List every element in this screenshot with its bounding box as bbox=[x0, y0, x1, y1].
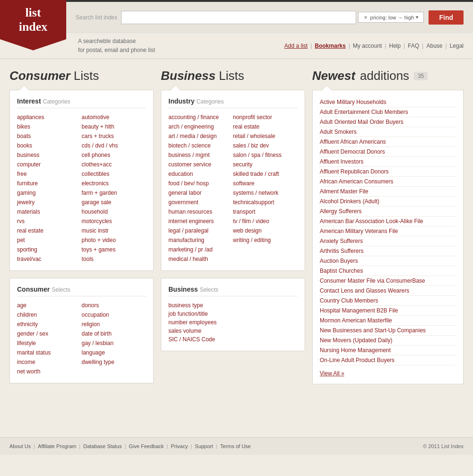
consumer-select-link[interactable]: ethnicity bbox=[17, 320, 82, 329]
nav-faq[interactable]: FAQ bbox=[408, 43, 419, 49]
interest-link[interactable]: electronics bbox=[82, 179, 147, 188]
industry-link[interactable]: sales / biz dev bbox=[233, 141, 298, 150]
industry-link[interactable]: government bbox=[168, 198, 233, 207]
footer-link[interactable]: Affiliate Program bbox=[38, 443, 76, 449]
interest-link[interactable]: automotive bbox=[82, 113, 147, 121]
newest-list-item[interactable]: Allergy Sufferers bbox=[320, 207, 456, 216]
industry-link[interactable]: customer service bbox=[168, 160, 233, 169]
industry-link[interactable]: security bbox=[233, 160, 298, 169]
nav-my-account[interactable]: My account bbox=[353, 43, 382, 49]
interest-link[interactable]: bikes bbox=[17, 122, 82, 131]
interest-link[interactable]: boats bbox=[17, 132, 82, 140]
interest-link[interactable]: jewelry bbox=[17, 198, 82, 207]
newest-list-item[interactable]: Mormon American Masterfile bbox=[320, 316, 456, 326]
interest-link[interactable]: collectibles bbox=[82, 170, 147, 178]
interest-link[interactable]: clothes+acc bbox=[82, 160, 147, 169]
business-select-link[interactable]: business type bbox=[168, 301, 298, 310]
industry-link[interactable]: tv / film / video bbox=[233, 217, 298, 225]
interest-link[interactable]: photo + video bbox=[82, 236, 147, 244]
consumer-select-link[interactable]: net worth bbox=[17, 367, 82, 376]
consumer-select-link[interactable]: donors bbox=[82, 301, 147, 310]
industry-link[interactable]: writing / editing bbox=[233, 236, 298, 244]
industry-link[interactable]: legal / paralegal bbox=[168, 226, 233, 235]
interest-link[interactable]: farm + garden bbox=[82, 189, 147, 197]
interest-link[interactable]: real estate bbox=[17, 226, 82, 235]
industry-link[interactable] bbox=[233, 255, 298, 263]
interest-link[interactable]: appliances bbox=[17, 113, 82, 121]
industry-link[interactable]: technicalsupport bbox=[233, 198, 298, 207]
industry-link[interactable]: business / mgmt bbox=[168, 151, 233, 159]
footer-link[interactable]: Terms of Use bbox=[220, 443, 251, 449]
newest-list-item[interactable]: Arthritis Sufferers bbox=[320, 246, 456, 256]
newest-list-item[interactable]: Contact Lens and Glasses Wearers bbox=[320, 286, 456, 296]
industry-link[interactable]: software bbox=[233, 179, 298, 188]
industry-link[interactable]: marketing / pr /ad bbox=[168, 245, 233, 254]
newest-list-item[interactable]: Auction Buyers bbox=[320, 256, 456, 266]
industry-link[interactable]: systems / network bbox=[233, 189, 298, 197]
nav-abuse[interactable]: Abuse bbox=[426, 43, 442, 49]
footer-link[interactable]: Give Feedback bbox=[129, 443, 164, 449]
interest-link[interactable]: motorcycles bbox=[82, 217, 147, 225]
industry-link[interactable]: general labor bbox=[168, 189, 233, 197]
nav-add-list[interactable]: Add a list bbox=[284, 43, 307, 49]
newest-list-item[interactable]: American Military Veterans File bbox=[320, 226, 456, 236]
footer-link[interactable]: About Us bbox=[9, 443, 31, 449]
interest-link[interactable]: beauty + hlth bbox=[82, 122, 147, 131]
interest-link[interactable]: toys + games bbox=[82, 245, 147, 254]
consumer-select-link[interactable]: religion bbox=[82, 320, 147, 329]
interest-link[interactable]: furniture bbox=[17, 179, 82, 188]
nav-help[interactable]: Help bbox=[389, 43, 401, 49]
interest-link[interactable]: music instr bbox=[82, 226, 147, 235]
newest-list-item[interactable]: Consumer Master File via ConsumerBase bbox=[320, 276, 456, 286]
industry-link[interactable]: salon / spa / fitness bbox=[233, 151, 298, 159]
industry-link[interactable]: transport bbox=[233, 208, 298, 216]
interest-link[interactable]: gaming bbox=[17, 189, 82, 197]
nav-bookmarks[interactable]: Bookmarks bbox=[315, 43, 346, 49]
industry-link[interactable]: retail / wholesale bbox=[233, 132, 298, 140]
industry-link[interactable]: medical / health bbox=[168, 255, 233, 263]
interest-link[interactable]: cell phones bbox=[82, 151, 147, 159]
business-select-link[interactable]: job function/title bbox=[168, 310, 298, 318]
interest-link[interactable]: cars + trucks bbox=[82, 132, 147, 140]
view-all-link[interactable]: View All » bbox=[320, 370, 344, 377]
consumer-select-link[interactable]: gender / sex bbox=[17, 329, 82, 338]
consumer-select-link[interactable]: marital status bbox=[17, 348, 82, 357]
newest-list-item[interactable]: Adult Entertainment Club Members bbox=[320, 107, 456, 117]
industry-link[interactable]: art / media / design bbox=[168, 132, 233, 140]
interest-link[interactable]: materials bbox=[17, 208, 82, 216]
consumer-select-link[interactable]: income bbox=[17, 358, 82, 366]
interest-link[interactable]: free bbox=[17, 170, 82, 178]
industry-link[interactable]: manufacturing bbox=[168, 236, 233, 244]
find-button[interactable]: Find bbox=[429, 10, 464, 25]
interest-link[interactable]: books bbox=[17, 141, 82, 150]
newest-list-item[interactable]: Baptist Churches bbox=[320, 266, 456, 276]
newest-list-item[interactable]: Adult Smokers bbox=[320, 127, 456, 137]
newest-list-item[interactable]: Country Club Members bbox=[320, 296, 456, 306]
newest-list-item[interactable]: African American Consumers bbox=[320, 177, 456, 187]
interest-link[interactable]: computer bbox=[17, 160, 82, 169]
industry-link[interactable]: human resources bbox=[168, 208, 233, 216]
search-input[interactable] bbox=[121, 11, 356, 24]
industry-link[interactable]: biotech / science bbox=[168, 141, 233, 150]
business-select-link[interactable]: SIC / NAICS Code bbox=[168, 335, 298, 344]
consumer-select-link[interactable]: lifestyle bbox=[17, 339, 82, 347]
interest-link[interactable]: tools bbox=[82, 255, 147, 263]
newest-list-item[interactable]: Nursing Home Management bbox=[320, 346, 456, 355]
newest-list-item[interactable]: Adult Oriented Mail Order Buyers bbox=[320, 117, 456, 127]
consumer-select-link[interactable]: age bbox=[17, 301, 82, 310]
newest-list-item[interactable]: American Bar Association Look-Alike File bbox=[320, 216, 456, 226]
industry-link[interactable]: skilled trade / craft bbox=[233, 170, 298, 178]
industry-link[interactable]: education bbox=[168, 170, 233, 178]
industry-link[interactable]: internet engineers bbox=[168, 217, 233, 225]
newest-list-item[interactable]: Anxiety Sufferers bbox=[320, 236, 456, 246]
consumer-select-link[interactable]: dwelling type bbox=[82, 358, 147, 366]
business-select-link[interactable]: number employees bbox=[168, 318, 298, 327]
interest-link[interactable]: sporting bbox=[17, 245, 82, 254]
industry-link[interactable]: web design bbox=[233, 226, 298, 235]
newest-list-item[interactable]: New Movers (Updated Daily) bbox=[320, 336, 456, 346]
nav-legal[interactable]: Legal bbox=[450, 43, 464, 49]
newest-list-item[interactable]: On-Line Adult Product Buyers bbox=[320, 355, 456, 365]
interest-link[interactable]: pet bbox=[17, 236, 82, 244]
footer-link[interactable]: Privacy bbox=[171, 443, 188, 449]
interest-link[interactable]: garage sale bbox=[82, 198, 147, 207]
